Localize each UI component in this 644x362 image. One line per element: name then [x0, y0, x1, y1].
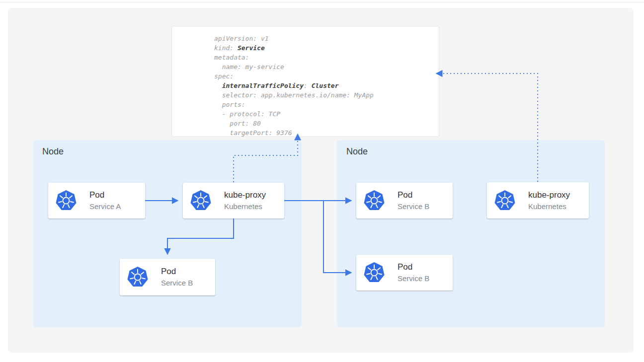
card-subtitle: Kubernetes [224, 202, 266, 212]
card-title: Pod [161, 266, 193, 277]
card-pod-service-b-left: Pod Service B [120, 259, 215, 295]
node-left: Node [33, 140, 302, 327]
kubernetes-icon [363, 190, 385, 212]
node-left-label: Node [42, 146, 64, 157]
service-yaml-card: apiVersion: v1kind: Servicemetadata: nam… [171, 26, 439, 137]
yaml-code: apiVersion: v1kind: Servicemetadata: nam… [214, 34, 374, 138]
node-right-label: Node [346, 146, 368, 157]
card-pod-service-a: Pod Service A [48, 183, 145, 218]
card-subtitle: Service B [398, 202, 429, 212]
card-kube-proxy-left: kube-proxy Kubernetes [183, 183, 284, 218]
kubernetes-icon [494, 190, 516, 212]
card-title: kube-proxy [224, 190, 266, 201]
card-title: Pod [89, 190, 121, 201]
kubernetes-icon [363, 262, 385, 284]
card-title: Pod [398, 190, 429, 201]
card-title: Pod [398, 262, 429, 273]
kubernetes-icon [55, 190, 77, 212]
card-subtitle: Kubernetes [528, 202, 570, 212]
kubernetes-icon [127, 266, 149, 288]
card-kube-proxy-right: kube-proxy Kubernetes [487, 182, 589, 218]
card-pod-service-b-right-bottom: Pod Service B [356, 255, 453, 290]
card-subtitle: Service B [161, 278, 193, 288]
card-title: kube-proxy [528, 190, 570, 201]
node-right: Node [337, 140, 605, 327]
top-divider [0, 2, 644, 2]
card-pod-service-b-right-top: Pod Service B [356, 183, 453, 218]
card-subtitle: Service B [398, 274, 429, 284]
kubernetes-icon [190, 190, 212, 212]
card-subtitle: Service A [89, 202, 121, 212]
